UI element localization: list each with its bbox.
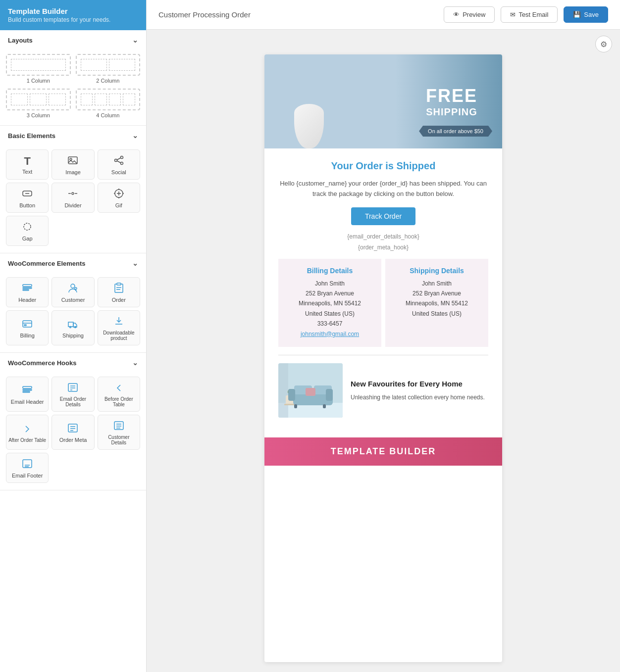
svg-rect-35: [23, 391, 30, 392]
email-body-text: Hello {customer_name} your order {order_…: [278, 179, 488, 199]
banner-shipping-text: SHIPPING: [426, 106, 477, 118]
track-order-button[interactable]: Track Order: [351, 207, 415, 225]
element-gap[interactable]: Gap: [6, 216, 49, 246]
hook-customer-details-label: Customer Details: [100, 434, 138, 445]
svg-rect-53: [278, 363, 288, 418]
save-button[interactable]: 💾 Save: [564, 6, 608, 23]
hook-after-order-table-icon: [22, 423, 33, 435]
layout-1col[interactable]: 1 Column: [6, 54, 71, 84]
hook-email-order-details[interactable]: Email Order Details: [52, 377, 94, 412]
email-title: Your Order is Shipped: [278, 160, 488, 172]
canvas-area: ⚙ 🌼 FREE SHIPPING On all order above $50…: [147, 30, 620, 672]
hook-customer-details-icon: [113, 420, 124, 432]
layout-4col[interactable]: 4 Column: [76, 89, 141, 118]
woo-shipping-icon: [67, 318, 78, 331]
section-woo-hooks-header[interactable]: WooCommerce Hooks ⌄: [0, 353, 146, 373]
save-label: Save: [584, 11, 599, 18]
test-email-button[interactable]: ✉ Test Email: [501, 6, 558, 23]
svg-point-23: [71, 284, 75, 288]
layout-3col[interactable]: 3 Column: [6, 89, 71, 118]
svg-line-6: [117, 161, 120, 163]
section-layouts-label: Layouts: [8, 37, 33, 44]
layout-4col-label: 4 Column: [96, 112, 119, 118]
shipping-country: United States (US): [392, 309, 481, 319]
element-woo-downloadable[interactable]: Downloadable product: [98, 310, 140, 345]
element-divider-label: Divider: [64, 202, 81, 208]
preview-button[interactable]: 👁 Preview: [444, 6, 495, 23]
element-gap-label: Gap: [22, 236, 33, 241]
billing-address: 252 Bryan Avenue: [285, 288, 374, 298]
billing-title: Billing Details: [285, 267, 374, 275]
email-template: 🌼 FREE SHIPPING On all order above $50 Y…: [264, 54, 502, 662]
element-woo-shipping[interactable]: Shipping: [52, 310, 94, 345]
email-banner: 🌼 FREE SHIPPING On all order above $50: [264, 54, 502, 148]
element-woo-order-label: Order: [112, 297, 126, 303]
section-woo-elements-label: WooCommerce Elements: [8, 260, 86, 267]
topbar: Customer Processing Order 👁 Preview ✉ Te…: [147, 0, 620, 30]
social-icon: [113, 155, 124, 167]
element-woo-customer[interactable]: Customer: [52, 277, 94, 307]
hook-before-order-table-icon: [113, 382, 124, 394]
element-divider[interactable]: Divider: [52, 183, 94, 213]
layout-2col[interactable]: 2 Column: [76, 54, 141, 84]
billing-email[interactable]: johnsmith@gmail.com: [285, 329, 374, 339]
hook-after-order-table[interactable]: After Order Table: [6, 415, 49, 450]
email-hook-1: {email_order_details_hook}: [278, 233, 488, 240]
text-icon: T: [24, 156, 30, 167]
sidebar: Template Builder Build custom templates …: [0, 0, 147, 672]
element-button[interactable]: Button: [6, 183, 49, 213]
svg-point-2: [120, 156, 123, 159]
element-woo-header[interactable]: Header: [6, 277, 49, 307]
woo-header-icon: [22, 283, 33, 295]
section-layouts: Layouts ⌄ 1 Column 2 Column 3 Column 4 C…: [0, 30, 146, 126]
element-woo-order[interactable]: Order: [98, 277, 140, 307]
svg-rect-22: [23, 289, 29, 290]
element-woo-billing[interactable]: Billing: [6, 310, 49, 345]
woo-order-icon: [113, 283, 124, 295]
image-icon: [67, 155, 78, 167]
banner-free-text: FREE: [426, 86, 477, 106]
hook-email-header[interactable]: Email Header: [6, 377, 49, 412]
element-image[interactable]: Image: [52, 149, 94, 180]
woo-downloadable-icon: [113, 316, 124, 328]
section-basic-elements: Basic Elements ⌄ T Text Image: [0, 126, 146, 253]
billing-details: Billing Details John Smith 252 Bryan Ave…: [278, 259, 381, 347]
woo-hooks-grid: Email Header Email Order Details: [0, 373, 146, 490]
billing-city: Minneapolis, MN 55412: [285, 298, 374, 308]
element-gif[interactable]: Gif: [98, 183, 140, 213]
hook-order-meta[interactable]: Order Meta: [52, 415, 94, 450]
element-text[interactable]: T Text: [6, 149, 49, 180]
eye-icon: 👁: [453, 11, 460, 18]
hook-customer-details[interactable]: Customer Details: [98, 415, 140, 450]
svg-rect-61: [288, 389, 295, 401]
section-basic-elements-header[interactable]: Basic Elements ⌄: [0, 126, 146, 145]
section-woo-elements-header[interactable]: WooCommerce Elements ⌄: [0, 253, 146, 273]
svg-point-31: [70, 327, 71, 328]
hook-email-footer-icon: [22, 458, 33, 471]
chevron-down-icon-2: ⌄: [132, 132, 138, 140]
element-woo-customer-label: Customer: [61, 297, 85, 303]
banner-vase: 🌼: [279, 59, 339, 148]
hook-email-order-details-icon: [67, 382, 78, 394]
promo-text: New Favourites for Every Home Unleashing…: [351, 379, 488, 402]
preview-label: Preview: [463, 11, 485, 18]
hook-before-order-table[interactable]: Before Order Table: [98, 377, 140, 412]
billing-phone: 333-6457: [285, 319, 374, 329]
svg-point-9: [72, 192, 74, 194]
layouts-grid: 1 Column 2 Column 3 Column 4 Column: [0, 50, 146, 125]
settings-button[interactable]: ⚙: [595, 36, 612, 52]
element-social-label: Social: [111, 169, 126, 175]
element-text-label: Text: [22, 169, 32, 175]
element-social[interactable]: Social: [98, 149, 140, 180]
section-layouts-header[interactable]: Layouts ⌄: [0, 30, 146, 50]
button-icon: [22, 188, 33, 200]
email-body: Your Order is Shipped Hello {customer_na…: [264, 148, 502, 437]
element-image-label: Image: [65, 169, 81, 175]
section-woo-hooks: WooCommerce Hooks ⌄ Email Header: [0, 353, 146, 490]
shipping-title: Shipping Details: [392, 267, 481, 275]
woo-elements-grid: Header Customer: [0, 273, 146, 352]
promo-title: New Favourites for Every Home: [351, 379, 488, 389]
banner-text: FREE SHIPPING: [426, 86, 477, 118]
email-hook-2: {order_meta_hook}: [278, 244, 488, 251]
hook-email-footer[interactable]: Email Footer: [6, 453, 49, 483]
